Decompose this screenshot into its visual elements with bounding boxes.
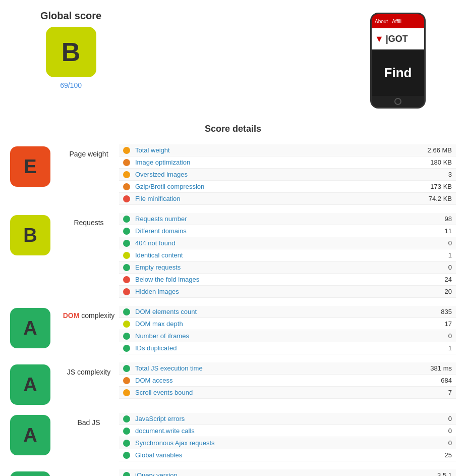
metric-row: Oversized images 3 bbox=[119, 169, 456, 181]
dot-icon bbox=[123, 147, 130, 154]
dot-icon bbox=[123, 252, 130, 259]
dot-icon bbox=[123, 171, 130, 178]
metric-name: document.write calls bbox=[135, 427, 412, 435]
metric-name: Oversized images bbox=[135, 171, 412, 178]
metric-value: 1 bbox=[412, 251, 452, 259]
header-section: Global score B 69/100 About Affili ▼ |GO… bbox=[10, 10, 456, 109]
dot-icon bbox=[123, 228, 130, 235]
metric-name: IDs duplicated bbox=[135, 344, 412, 352]
page-weight-label: Page weight bbox=[59, 144, 119, 160]
metric-row: Gzip/Brotli compression 173 KB bbox=[119, 181, 456, 193]
metric-value: 17 bbox=[412, 320, 452, 328]
metric-name: Total weight bbox=[135, 146, 412, 154]
dot-icon bbox=[123, 333, 130, 340]
jquery-badge: A bbox=[10, 471, 50, 476]
dom-complexity-metrics: DOM elements count 835 DOM max depth 17 … bbox=[119, 306, 456, 354]
metric-row: Different domains 11 bbox=[119, 225, 456, 237]
dot-icon bbox=[123, 240, 130, 247]
dot-icon bbox=[123, 288, 130, 295]
metric-name: DOM access bbox=[135, 377, 412, 384]
dot-icon bbox=[123, 452, 130, 459]
dot-icon bbox=[123, 389, 130, 396]
phone-top-bar: About Affili bbox=[372, 14, 424, 28]
dot-icon bbox=[123, 345, 130, 352]
metric-row: document.write calls 0 bbox=[119, 425, 456, 437]
requests-metrics: Requests number 98 Different domains 11 … bbox=[119, 213, 456, 298]
metric-value: 0 bbox=[412, 332, 452, 340]
dot-icon bbox=[123, 377, 130, 384]
metric-value: 835 bbox=[412, 308, 452, 315]
dot-icon bbox=[123, 159, 130, 166]
metric-name: DOM max depth bbox=[135, 320, 412, 328]
dot-icon bbox=[123, 308, 130, 315]
metric-name: Scroll events bound bbox=[135, 389, 412, 396]
metric-row: Requests number 98 bbox=[119, 213, 456, 225]
metric-name: Image optimization bbox=[135, 158, 412, 166]
metric-row: Scroll events bound 7 bbox=[119, 387, 456, 399]
metric-row: Image optimization 180 KB bbox=[119, 156, 456, 169]
metric-name: Identical content bbox=[135, 251, 412, 259]
score-section: Global score B 69/100 bbox=[40, 10, 101, 89]
dom-complexity-label: DOM complexity bbox=[59, 306, 119, 321]
requests-badge: B bbox=[10, 215, 50, 255]
dot-icon bbox=[123, 428, 130, 435]
metric-value: 180 KB bbox=[412, 158, 452, 166]
metric-row: Hidden images 20 bbox=[119, 286, 456, 298]
category-row-page-weight: E Page weight Total weight 2.66 MB Image… bbox=[10, 144, 456, 205]
metric-row: Total JS execution time 381 ms bbox=[119, 362, 456, 375]
metric-name: Synchronous Ajax requests bbox=[135, 439, 412, 447]
metric-row: File minification 74.2 KB bbox=[119, 193, 456, 205]
metric-value: 0 bbox=[412, 415, 452, 422]
metric-row: JavaScript errors 0 bbox=[119, 413, 456, 425]
score-value: 69/100 bbox=[60, 81, 82, 89]
dom-complexity-badge: A bbox=[10, 308, 50, 348]
phone-shield-icon: ▼ bbox=[375, 34, 384, 44]
metric-value: 0 bbox=[412, 263, 452, 271]
phone-dark-area: Find bbox=[372, 49, 424, 96]
metric-row: Number of iframes 0 bbox=[119, 330, 456, 342]
metric-value: 20 bbox=[412, 288, 452, 295]
metric-value: 11 bbox=[412, 227, 452, 235]
metric-value: 24 bbox=[412, 276, 452, 283]
category-row-bad-js: A Bad JS JavaScript errors 0 document.wr… bbox=[10, 413, 456, 461]
metric-name: DOM elements count bbox=[135, 308, 412, 315]
page-weight-metrics: Total weight 2.66 MB Image optimization … bbox=[119, 144, 456, 205]
dot-icon bbox=[123, 183, 130, 190]
metric-value: 173 KB bbox=[412, 183, 452, 190]
metric-name: Empty requests bbox=[135, 263, 412, 271]
phone-mockup: About Affili ▼ |GOT Find bbox=[370, 13, 426, 109]
metric-value: 684 bbox=[412, 377, 452, 384]
score-details-title: Score details bbox=[10, 124, 456, 134]
phone-home-button bbox=[394, 98, 401, 105]
metric-name: jQuery version bbox=[135, 471, 412, 476]
jquery-label: jQuery bbox=[59, 469, 119, 476]
metric-name: File minification bbox=[135, 195, 412, 202]
phone-logo-area: ▼ |GOT bbox=[372, 28, 424, 49]
phone-bottom bbox=[372, 96, 424, 107]
metric-name: Different domains bbox=[135, 227, 412, 235]
dot-icon bbox=[123, 276, 130, 283]
jquery-metrics: jQuery version 3.5.1 bbox=[119, 469, 456, 476]
metric-row: Empty requests 0 bbox=[119, 261, 456, 274]
metric-row: DOM elements count 835 bbox=[119, 306, 456, 318]
metric-row: jQuery version 3.5.1 bbox=[119, 469, 456, 476]
metric-name: JavaScript errors bbox=[135, 415, 412, 422]
score-badge: B bbox=[46, 27, 96, 77]
metric-row: Identical content 1 bbox=[119, 249, 456, 261]
metric-row: Below the fold images 24 bbox=[119, 274, 456, 286]
category-row-jquery: A jQuery jQuery version 3.5.1 bbox=[10, 469, 456, 476]
global-score-title: Global score bbox=[40, 10, 101, 22]
metric-row: Global variables 25 bbox=[119, 449, 456, 461]
dot-icon bbox=[123, 365, 130, 372]
dot-icon bbox=[123, 472, 130, 477]
bad-js-badge: A bbox=[10, 415, 50, 455]
metric-value: 74.2 KB bbox=[412, 195, 452, 202]
metric-row: Total weight 2.66 MB bbox=[119, 144, 456, 156]
metric-name: Below the fold images bbox=[135, 276, 412, 283]
metric-name: Hidden images bbox=[135, 288, 412, 295]
metric-value: 0 bbox=[412, 427, 452, 435]
page-weight-badge: E bbox=[10, 146, 50, 187]
js-complexity-metrics: Total JS execution time 381 ms DOM acces… bbox=[119, 362, 456, 399]
metric-row: Synchronous Ajax requests 0 bbox=[119, 437, 456, 449]
js-complexity-badge: A bbox=[10, 364, 50, 405]
